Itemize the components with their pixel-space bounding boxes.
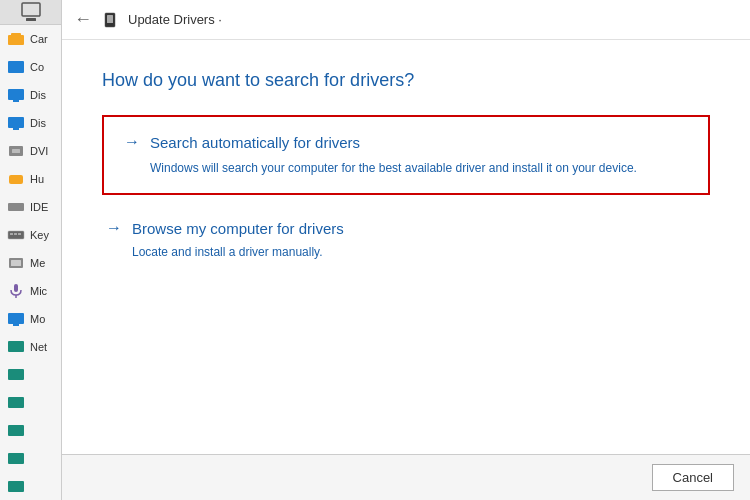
ide-icon xyxy=(6,197,26,217)
svg-rect-12 xyxy=(8,203,24,211)
sidebar: Car Co Dis Dis DVI Hu IDE xyxy=(0,0,62,500)
svg-rect-3 xyxy=(11,33,21,38)
hu-icon xyxy=(6,169,26,189)
sidebar-item-label: Me xyxy=(30,257,45,269)
sidebar-item-mic[interactable]: Mic xyxy=(0,277,61,305)
svg-rect-11 xyxy=(9,175,23,184)
sidebar-item-ide[interactable]: IDE xyxy=(0,193,61,221)
cancel-button[interactable]: Cancel xyxy=(652,464,734,491)
sidebar-item-net6[interactable] xyxy=(0,473,61,500)
net3-icon xyxy=(6,393,26,413)
search-auto-title: → Search automatically for drivers xyxy=(124,133,688,151)
svg-rect-1 xyxy=(26,18,36,21)
net4-icon xyxy=(6,421,26,441)
svg-rect-0 xyxy=(22,3,40,16)
svg-rect-10 xyxy=(12,149,20,153)
svg-rect-4 xyxy=(8,61,24,73)
sidebar-item-net2[interactable] xyxy=(0,361,61,389)
sidebar-item-dis1[interactable]: Dis xyxy=(0,81,61,109)
dis2-icon xyxy=(6,113,26,133)
sidebar-item-dis2[interactable]: Dis xyxy=(0,109,61,137)
svg-rect-5 xyxy=(8,89,24,100)
sidebar-item-label: Hu xyxy=(30,173,44,185)
sidebar-item-label: DVI xyxy=(30,145,48,157)
arrow-right-icon-2: → xyxy=(106,219,122,237)
sidebar-item-net3[interactable] xyxy=(0,389,61,417)
dvi-icon xyxy=(6,141,26,161)
sidebar-item-label: Car xyxy=(30,33,48,45)
search-auto-option[interactable]: → Search automatically for drivers Windo… xyxy=(102,115,710,195)
sidebar-item-net5[interactable] xyxy=(0,445,61,473)
sidebar-item-label: Mic xyxy=(30,285,47,297)
sidebar-item-hu[interactable]: Hu xyxy=(0,165,61,193)
dialog-title: Update Drivers · xyxy=(128,12,222,27)
key-icon xyxy=(6,225,26,245)
sidebar-item-label: Dis xyxy=(30,117,46,129)
sidebar-item-me[interactable]: Me xyxy=(0,249,61,277)
svg-rect-15 xyxy=(14,233,17,235)
sidebar-item-net[interactable]: Net xyxy=(0,333,61,361)
mo-icon xyxy=(6,309,26,329)
svg-rect-22 xyxy=(13,324,19,326)
sidebar-item-dvi[interactable]: DVI xyxy=(0,137,61,165)
sidebar-item-key[interactable]: Key xyxy=(0,221,61,249)
car-icon xyxy=(6,29,26,49)
svg-rect-6 xyxy=(13,100,19,102)
sidebar-item-co[interactable]: Co xyxy=(0,53,61,81)
sidebar-item-net4[interactable] xyxy=(0,417,61,445)
svg-rect-31 xyxy=(107,15,113,23)
svg-rect-27 xyxy=(8,453,24,464)
page-heading: How do you want to search for drivers? xyxy=(102,70,710,91)
sidebar-item-label: Dis xyxy=(30,89,46,101)
svg-rect-26 xyxy=(8,425,24,436)
search-auto-desc: Windows will search your computer for th… xyxy=(124,159,688,177)
svg-rect-19 xyxy=(14,284,18,292)
browse-manual-desc: Locate and install a driver manually. xyxy=(106,243,706,261)
sidebar-item-label: Mo xyxy=(30,313,45,325)
svg-rect-23 xyxy=(8,341,24,352)
sidebar-top-icon xyxy=(0,0,62,25)
browse-manual-label: Browse my computer for drivers xyxy=(132,220,344,237)
content-area: How do you want to search for drivers? →… xyxy=(62,40,750,454)
sidebar-item-label: Net xyxy=(30,341,47,353)
svg-rect-8 xyxy=(13,128,19,130)
search-auto-label: Search automatically for drivers xyxy=(150,134,360,151)
svg-rect-16 xyxy=(18,233,21,235)
browse-manual-option[interactable]: → Browse my computer for drivers Locate … xyxy=(102,219,710,261)
device-icon xyxy=(102,12,118,28)
svg-rect-7 xyxy=(8,117,24,128)
svg-rect-18 xyxy=(11,260,21,266)
browse-manual-title: → Browse my computer for drivers xyxy=(106,219,706,237)
svg-rect-28 xyxy=(8,481,24,492)
co-icon xyxy=(6,57,26,77)
main-panel: ← Update Drivers · How do you want to se… xyxy=(62,0,750,500)
sidebar-item-label: Key xyxy=(30,229,49,241)
me-icon xyxy=(6,253,26,273)
dis1-icon xyxy=(6,85,26,105)
svg-rect-24 xyxy=(8,369,24,380)
back-button[interactable]: ← xyxy=(74,9,92,30)
mic-icon xyxy=(6,281,26,301)
title-bar: ← Update Drivers · xyxy=(62,0,750,40)
footer: Cancel xyxy=(62,454,750,500)
svg-rect-21 xyxy=(8,313,24,324)
net6-icon xyxy=(6,477,26,497)
net2-icon xyxy=(6,365,26,385)
svg-rect-14 xyxy=(10,233,13,235)
sidebar-item-car[interactable]: Car xyxy=(0,25,61,53)
svg-rect-25 xyxy=(8,397,24,408)
sidebar-item-mo[interactable]: Mo xyxy=(0,305,61,333)
sidebar-item-label: IDE xyxy=(30,201,48,213)
arrow-right-icon: → xyxy=(124,133,140,151)
sidebar-item-label: Co xyxy=(30,61,44,73)
net-icon xyxy=(6,337,26,357)
net5-icon xyxy=(6,449,26,469)
